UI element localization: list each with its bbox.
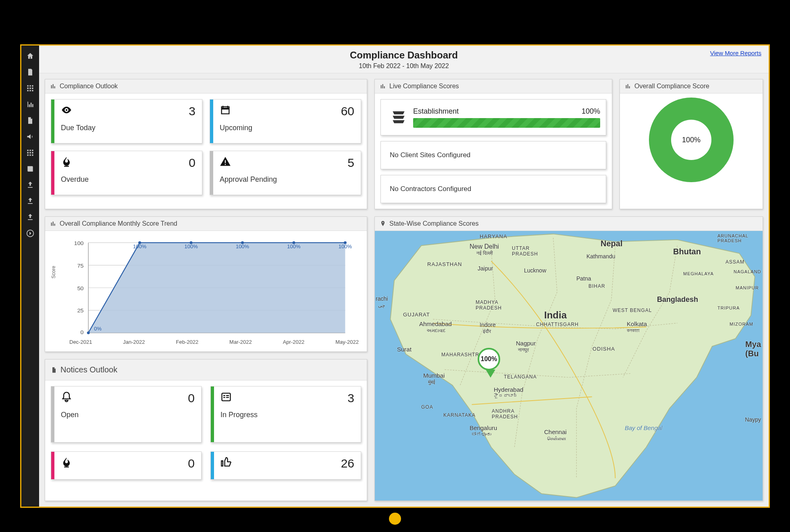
donut-chart: 100%	[649, 98, 734, 182]
svg-text:75: 75	[77, 263, 84, 269]
topbar: Compliance Dashboard 10th Feb 2022 - 10t…	[39, 46, 769, 73]
svg-text:100%: 100%	[236, 244, 249, 249]
grid2-icon	[26, 149, 34, 157]
panel-title: State-Wise Compliance Scores	[389, 220, 478, 227]
card-overdue[interactable]: 0 Overdue	[51, 151, 202, 195]
book-icon	[26, 165, 34, 173]
bar-chart-icon	[50, 83, 56, 89]
sidebar-doc[interactable]	[21, 64, 39, 80]
svg-text:100%: 100%	[339, 244, 352, 249]
svg-text:100: 100	[74, 240, 84, 246]
device-home-button	[389, 513, 401, 525]
x-axis-labels: Dec-2021Jan-2022 Feb-2022Mar-2022 Apr-20…	[49, 339, 363, 348]
page-title: Compliance Dashboard	[45, 50, 763, 61]
svg-text:0: 0	[81, 329, 84, 335]
card-value: 26	[341, 457, 354, 470]
live-no-client-sites: No Client Sites Configured	[380, 141, 606, 169]
thumb-icon	[220, 457, 232, 468]
svg-point-14	[87, 331, 90, 334]
flame-icon	[61, 457, 72, 468]
card-notice-open[interactable]: 0 Open	[51, 386, 202, 443]
grid-icon	[26, 84, 34, 92]
pin-icon	[380, 220, 386, 227]
panel-title: Notices Outlook	[60, 365, 117, 374]
panel-title: Compliance Outlook	[60, 83, 118, 90]
panel-title: Live Compliance Scores	[389, 83, 459, 90]
file-icon	[26, 116, 34, 125]
notices-panel: Notices Outlook 0 O	[45, 359, 367, 501]
card-value: 5	[347, 156, 354, 170]
svg-text:100%: 100%	[185, 244, 198, 249]
trend-panel: Overall Compliance Monthly Score Trend S…	[45, 216, 367, 352]
view-more-reports-link[interactable]: View More Reports	[710, 50, 761, 56]
doc-icon	[26, 68, 34, 76]
card-label: Overdue	[61, 175, 195, 184]
sidebar	[21, 46, 39, 507]
warn-icon	[220, 156, 231, 167]
sidebar-horn[interactable]	[21, 129, 39, 145]
sidebar-arrow[interactable]	[21, 225, 39, 241]
card-due-today[interactable]: 3 Due Today	[51, 99, 202, 143]
flame-icon	[61, 156, 72, 167]
panel-title: Overall Compliance Score	[634, 83, 709, 90]
card-value: 3	[347, 391, 354, 405]
eye-icon	[61, 104, 72, 116]
sidebar-file[interactable]	[21, 112, 39, 129]
upload3-icon	[26, 213, 34, 221]
compliance-outlook-panel: Compliance Outlook 3	[45, 79, 367, 209]
sidebar-book[interactable]	[21, 161, 39, 177]
sidebar-grid[interactable]	[21, 80, 39, 96]
sidebar-upload1[interactable]	[21, 177, 39, 193]
card-approval-pending[interactable]: 5 Approval Pending	[210, 151, 361, 195]
y-axis-label: Score	[51, 266, 56, 278]
svg-text:50: 50	[77, 285, 84, 291]
map-panel: State-Wise Compliance Scores	[374, 216, 763, 501]
doc-icon	[51, 367, 57, 373]
card-value: 60	[341, 104, 354, 118]
server-icon	[390, 108, 407, 126]
card-notice-3[interactable]: 0	[51, 451, 202, 480]
card-label: Open	[61, 411, 195, 419]
map[interactable]: rachi چی HARYANA New Delhi नई दिल्ली UTT…	[375, 231, 763, 501]
panel-title: Overall Compliance Monthly Score Trend	[60, 220, 177, 227]
svg-marker-13	[88, 243, 345, 333]
sidebar-grid2[interactable]	[21, 145, 39, 161]
sidebar-upload2[interactable]	[21, 193, 39, 209]
sidebar-upload3[interactable]	[21, 209, 39, 225]
sidebar-chart[interactable]	[21, 96, 39, 112]
live-no-contractors: No Contractors Configured	[380, 175, 606, 203]
arrow-right-icon	[26, 229, 34, 237]
live-msg: No Client Sites Configured	[390, 151, 470, 159]
live-scores-panel: Live Compliance Scores Establishment 100…	[374, 79, 612, 209]
card-label: In Progress	[220, 411, 354, 419]
progress-bar	[413, 118, 600, 128]
svg-text:100%: 100%	[287, 244, 300, 249]
home-icon	[26, 52, 34, 60]
live-establishment[interactable]: Establishment 100%	[380, 99, 606, 135]
upload-icon	[26, 181, 34, 189]
svg-text:0%: 0%	[94, 326, 102, 332]
list-icon	[220, 391, 232, 403]
card-value: 0	[188, 391, 195, 405]
sidebar-home[interactable]	[21, 48, 39, 64]
card-label: Due Today	[61, 124, 195, 132]
bar-chart-icon	[50, 220, 56, 227]
card-notice-4[interactable]: 26	[210, 451, 361, 480]
card-notice-inprogress[interactable]: 3 In Progress	[210, 386, 361, 443]
card-label: Approval Pending	[220, 175, 354, 184]
svg-text:25: 25	[77, 308, 84, 314]
bell-icon	[61, 391, 72, 403]
trend-chart: Score 100 75 50 25	[49, 234, 363, 339]
chart-icon	[26, 100, 34, 108]
card-value: 0	[189, 156, 195, 170]
svg-text:100%: 100%	[133, 244, 146, 249]
live-pct: 100%	[582, 107, 600, 116]
map-pin[interactable]: 100%	[478, 348, 503, 380]
card-value: 0	[188, 457, 195, 470]
bar-chart-icon	[380, 83, 386, 89]
date-range: 10th Feb 2022 - 10th May 2022	[45, 62, 763, 70]
card-upcoming[interactable]: 60 Upcoming	[210, 99, 361, 143]
pin-value: 100%	[478, 348, 500, 370]
upload2-icon	[26, 197, 34, 205]
card-value: 3	[189, 104, 195, 118]
